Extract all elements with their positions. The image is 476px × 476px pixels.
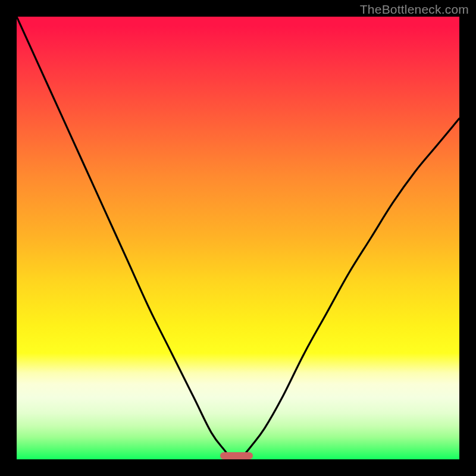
watermark-text: TheBottleneck.com xyxy=(360,2,469,17)
plot-area xyxy=(17,17,459,459)
frame: TheBottleneck.com xyxy=(0,0,476,476)
right-curve xyxy=(240,118,459,459)
bottleneck-marker xyxy=(220,452,253,459)
curves-svg xyxy=(17,17,459,459)
left-curve xyxy=(17,17,231,459)
